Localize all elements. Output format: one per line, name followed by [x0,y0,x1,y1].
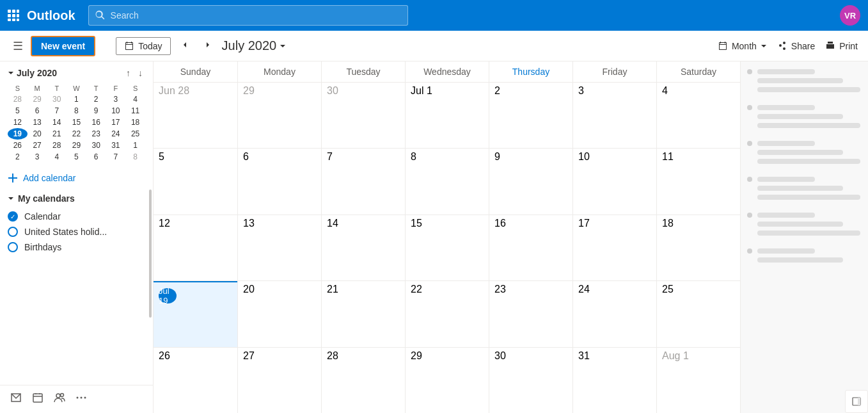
view-mode-button[interactable]: Month [718,41,767,51]
day-cell[interactable]: 15 [405,215,489,280]
mini-cal-day[interactable]: 14 [47,117,67,128]
mini-cal-day[interactable]: 10 [106,105,126,117]
day-cell[interactable]: 30 [321,83,405,148]
day-cell[interactable]: 29 [405,348,489,413]
day-cell[interactable]: 18 [656,215,740,280]
day-cell[interactable]: 9 [489,149,572,214]
day-cell[interactable]: 27 [237,348,321,413]
mini-cal-prev-button[interactable]: ↑ [123,67,133,79]
day-cell[interactable]: 10 [572,149,656,214]
mini-cal-day[interactable]: 20 [28,128,47,140]
mini-cal-day[interactable]: 29 [67,140,86,151]
panel-toggle-button[interactable] [845,390,868,413]
mini-cal-day[interactable]: 18 [125,117,145,128]
mini-cal-day[interactable]: 15 [67,117,86,128]
day-cell[interactable]: 6 [237,149,321,214]
mini-cal-day[interactable]: 8 [67,105,86,117]
day-cell[interactable]: 22 [405,281,489,346]
people-icon[interactable] [54,392,65,407]
mini-cal-day[interactable]: 24 [106,128,126,140]
print-button[interactable]: Print [825,41,858,51]
search-input[interactable] [111,10,401,20]
mini-cal-day[interactable]: 1 [67,93,86,105]
mini-cal-day[interactable]: 25 [125,128,145,140]
day-cell[interactable]: Jul 1 [405,83,489,148]
mini-cal-day[interactable]: 27 [28,140,47,151]
day-cell[interactable]: 30 [489,348,572,413]
day-cell[interactable]: Jul 19 [154,281,237,346]
mini-cal-day[interactable]: 5 [8,105,28,117]
day-cell[interactable]: 26 [154,348,237,413]
mini-cal-day[interactable]: 16 [86,117,106,128]
calendar-item[interactable]: Birthdays [8,239,145,255]
day-cell[interactable]: Jun 28 [154,83,237,148]
day-cell[interactable]: Aug 1 [656,348,740,413]
day-cell[interactable]: 28 [321,348,405,413]
day-cell[interactable]: 23 [489,281,572,346]
mini-cal-day[interactable]: 9 [86,105,106,117]
day-cell[interactable]: 14 [321,215,405,280]
mini-cal-day[interactable]: 21 [47,128,67,140]
day-cell[interactable]: 29 [237,83,321,148]
day-cell[interactable]: 31 [572,348,656,413]
mini-cal-day[interactable]: 7 [47,105,67,117]
day-cell[interactable]: 7 [321,149,405,214]
calendar-item[interactable]: United States holid... [8,224,145,239]
day-cell[interactable]: 25 [656,281,740,346]
scrollbar[interactable] [149,190,152,318]
day-cell[interactable]: 11 [656,149,740,214]
more-icon[interactable] [75,392,87,407]
mini-cal-day[interactable]: 19 [8,128,28,140]
mini-cal-day[interactable]: 7 [106,151,126,163]
day-cell[interactable]: 2 [489,83,572,148]
day-cell[interactable]: 5 [154,149,237,214]
chevron-down-mini[interactable] [8,70,14,76]
calendar-item[interactable]: Calendar [8,209,145,224]
calendar-bottom-icon[interactable] [32,392,43,407]
mini-cal-day[interactable]: 23 [86,128,106,140]
prev-month-button[interactable] [176,37,194,55]
add-calendar-button[interactable]: Add calendar [0,168,153,188]
mini-cal-day[interactable]: 11 [125,105,145,117]
day-cell[interactable]: 16 [489,215,572,280]
mini-cal-day[interactable]: 2 [86,93,106,105]
calendar-checkbox[interactable] [8,227,18,237]
mini-cal-day[interactable]: 3 [106,93,126,105]
mini-cal-day[interactable]: 6 [28,105,47,117]
mini-cal-day[interactable]: 6 [86,151,106,163]
new-event-button[interactable]: New event [31,36,95,56]
day-cell[interactable]: 4 [656,83,740,148]
mini-cal-day[interactable]: 8 [125,151,145,163]
mini-cal-day[interactable]: 12 [8,117,28,128]
mini-cal-day[interactable]: 2 [8,151,28,163]
mini-cal-day[interactable]: 29 [28,93,47,105]
mini-cal-day[interactable]: 28 [8,93,28,105]
mini-cal-day[interactable]: 1 [125,140,145,151]
mail-icon[interactable] [10,392,22,407]
app-grid-icon[interactable] [8,10,19,21]
mini-cal-day[interactable]: 4 [47,151,67,163]
mini-cal-next-button[interactable]: ↓ [136,67,145,79]
mini-cal-day[interactable]: 30 [86,140,106,151]
mini-cal-day[interactable]: 3 [28,151,47,163]
day-cell[interactable]: 8 [405,149,489,214]
current-month-label[interactable]: July 2020 [222,38,287,53]
mini-cal-day[interactable]: 17 [106,117,126,128]
day-cell[interactable]: 24 [572,281,656,346]
calendar-checkbox[interactable] [8,242,18,252]
mini-cal-day[interactable]: 22 [67,128,86,140]
day-cell[interactable]: 20 [237,281,321,346]
day-cell[interactable]: 21 [321,281,405,346]
my-calendars-header[interactable]: My calendars [8,193,145,204]
calendar-checkbox[interactable] [8,211,18,222]
mini-cal-day[interactable]: 28 [47,140,67,151]
next-month-button[interactable] [199,37,217,55]
day-cell[interactable]: 3 [572,83,656,148]
mini-cal-day[interactable]: 26 [8,140,28,151]
mini-cal-day[interactable]: 30 [47,93,67,105]
share-button[interactable]: Share [777,41,815,51]
today-button[interactable]: Today [116,37,170,55]
day-cell[interactable]: 17 [572,215,656,280]
mini-cal-day[interactable]: 4 [125,93,145,105]
hamburger-button[interactable]: ☰ [10,36,26,56]
